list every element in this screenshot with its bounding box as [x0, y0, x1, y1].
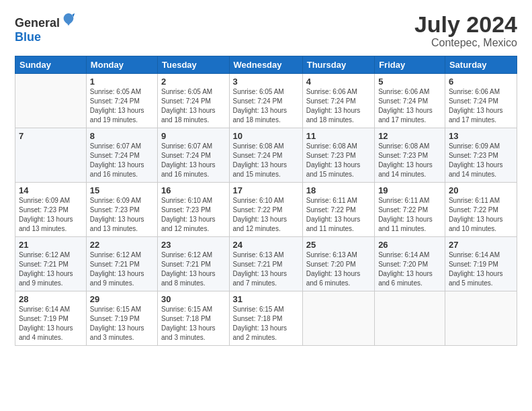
calendar-cell: 12Sunrise: 6:08 AM Sunset: 7:23 PM Dayli…: [375, 128, 445, 183]
calendar-cell: 14Sunrise: 6:09 AM Sunset: 7:23 PM Dayli…: [15, 183, 87, 237]
header-thursday: Thursday: [302, 56, 374, 74]
calendar-cell: 1Sunrise: 6:05 AM Sunset: 7:24 PM Daylig…: [86, 74, 157, 128]
calendar-cell: 26Sunrise: 6:14 AM Sunset: 7:20 PM Dayli…: [375, 237, 445, 291]
day-info: Sunrise: 6:12 AM Sunset: 7:21 PM Dayligh…: [90, 250, 154, 288]
day-info: Sunrise: 6:11 AM Sunset: 7:22 PM Dayligh…: [306, 196, 371, 234]
calendar-cell: 13Sunrise: 6:09 AM Sunset: 7:23 PM Dayli…: [445, 128, 517, 183]
logo-blue: Blue: [15, 30, 41, 44]
day-info: Sunrise: 6:05 AM Sunset: 7:24 PM Dayligh…: [90, 87, 154, 125]
calendar-cell: 28Sunrise: 6:14 AM Sunset: 7:19 PM Dayli…: [15, 291, 87, 346]
day-number: 25: [306, 240, 371, 250]
day-info: Sunrise: 6:06 AM Sunset: 7:24 PM Dayligh…: [449, 87, 513, 125]
header-sunday: Sunday: [15, 56, 87, 74]
calendar-cell: 17Sunrise: 6:10 AM Sunset: 7:22 PM Dayli…: [229, 183, 302, 237]
calendar-cell: [375, 291, 445, 346]
day-info: Sunrise: 6:07 AM Sunset: 7:24 PM Dayligh…: [161, 142, 226, 179]
day-info: Sunrise: 6:15 AM Sunset: 7:18 PM Dayligh…: [161, 305, 226, 342]
day-number: 3: [233, 77, 299, 87]
calendar-cell: [15, 74, 87, 128]
day-number: 5: [378, 77, 441, 87]
calendar-cell: 18Sunrise: 6:11 AM Sunset: 7:22 PM Dayli…: [302, 183, 374, 237]
header-monday: Monday: [86, 56, 157, 74]
day-number: 4: [306, 77, 371, 87]
day-info: Sunrise: 6:12 AM Sunset: 7:21 PM Dayligh…: [19, 250, 83, 288]
day-info: Sunrise: 6:09 AM Sunset: 7:23 PM Dayligh…: [90, 196, 154, 234]
logo-general: General: [15, 16, 60, 30]
calendar-cell: 2Sunrise: 6:05 AM Sunset: 7:24 PM Daylig…: [158, 74, 230, 128]
calendar-cell: 7: [15, 128, 87, 183]
day-info: Sunrise: 6:11 AM Sunset: 7:22 PM Dayligh…: [378, 196, 441, 234]
header: General Blue July 2024 Contepec, Mexico: [15, 12, 517, 49]
calendar-week-5: 28Sunrise: 6:14 AM Sunset: 7:19 PM Dayli…: [15, 291, 517, 346]
calendar-week-4: 21Sunrise: 6:12 AM Sunset: 7:21 PM Dayli…: [15, 237, 517, 291]
day-info: Sunrise: 6:15 AM Sunset: 7:19 PM Dayligh…: [90, 305, 154, 342]
day-number: 11: [306, 131, 371, 141]
day-info: Sunrise: 6:06 AM Sunset: 7:24 PM Dayligh…: [306, 87, 371, 125]
logo-text: General Blue: [15, 12, 76, 44]
calendar-cell: 29Sunrise: 6:15 AM Sunset: 7:19 PM Dayli…: [86, 291, 157, 346]
day-info: Sunrise: 6:09 AM Sunset: 7:23 PM Dayligh…: [19, 196, 83, 234]
day-info: Sunrise: 6:13 AM Sunset: 7:21 PM Dayligh…: [233, 250, 299, 288]
day-number: 1: [90, 77, 154, 87]
calendar-cell: [302, 291, 374, 346]
location-title: Contepec, Mexico: [414, 37, 517, 49]
day-info: Sunrise: 6:08 AM Sunset: 7:23 PM Dayligh…: [378, 142, 441, 179]
day-info: Sunrise: 6:08 AM Sunset: 7:24 PM Dayligh…: [233, 142, 299, 179]
calendar-cell: 19Sunrise: 6:11 AM Sunset: 7:22 PM Dayli…: [375, 183, 445, 237]
calendar-cell: 25Sunrise: 6:13 AM Sunset: 7:20 PM Dayli…: [302, 237, 374, 291]
day-number: 17: [233, 185, 299, 195]
day-info: Sunrise: 6:12 AM Sunset: 7:21 PM Dayligh…: [161, 250, 226, 288]
day-number: 6: [449, 77, 513, 87]
day-info: Sunrise: 6:13 AM Sunset: 7:20 PM Dayligh…: [306, 250, 371, 288]
day-info: Sunrise: 6:09 AM Sunset: 7:23 PM Dayligh…: [449, 142, 513, 179]
day-number: 8: [90, 131, 154, 141]
calendar-cell: 10Sunrise: 6:08 AM Sunset: 7:24 PM Dayli…: [229, 128, 302, 183]
day-number: 18: [306, 185, 371, 195]
calendar-cell: 16Sunrise: 6:10 AM Sunset: 7:23 PM Dayli…: [158, 183, 230, 237]
header-saturday: Saturday: [445, 56, 517, 74]
day-number: 29: [90, 294, 154, 304]
header-friday: Friday: [375, 56, 445, 74]
day-number: 23: [161, 240, 226, 250]
calendar-cell: 8Sunrise: 6:07 AM Sunset: 7:24 PM Daylig…: [86, 128, 157, 183]
day-number: 30: [161, 294, 226, 304]
calendar-cell: 22Sunrise: 6:12 AM Sunset: 7:21 PM Dayli…: [86, 237, 157, 291]
calendar-week-1: 1Sunrise: 6:05 AM Sunset: 7:24 PM Daylig…: [15, 74, 517, 128]
day-number: 19: [378, 185, 441, 195]
calendar-cell: 27Sunrise: 6:14 AM Sunset: 7:19 PM Dayli…: [445, 237, 517, 291]
day-info: Sunrise: 6:15 AM Sunset: 7:18 PM Dayligh…: [233, 305, 299, 342]
day-number: 15: [90, 185, 154, 195]
calendar-cell: 9Sunrise: 6:07 AM Sunset: 7:24 PM Daylig…: [158, 128, 230, 183]
day-number: 16: [161, 185, 226, 195]
day-number: 24: [233, 240, 299, 250]
day-info: Sunrise: 6:08 AM Sunset: 7:23 PM Dayligh…: [306, 142, 371, 179]
calendar-cell: 6Sunrise: 6:06 AM Sunset: 7:24 PM Daylig…: [445, 74, 517, 128]
logo-icon: [61, 12, 76, 27]
day-info: Sunrise: 6:05 AM Sunset: 7:24 PM Dayligh…: [161, 87, 226, 125]
calendar-cell: 21Sunrise: 6:12 AM Sunset: 7:21 PM Dayli…: [15, 237, 87, 291]
day-number: 12: [378, 131, 441, 141]
day-number: 21: [19, 240, 83, 250]
day-number: 31: [233, 294, 299, 304]
day-info: Sunrise: 6:14 AM Sunset: 7:19 PM Dayligh…: [449, 250, 513, 288]
day-info: Sunrise: 6:14 AM Sunset: 7:20 PM Dayligh…: [378, 250, 441, 288]
day-number: 10: [233, 131, 299, 141]
header-tuesday: Tuesday: [158, 56, 230, 74]
day-info: Sunrise: 6:06 AM Sunset: 7:24 PM Dayligh…: [378, 87, 441, 125]
calendar-cell: [445, 291, 517, 346]
calendar-week-2: 78Sunrise: 6:07 AM Sunset: 7:24 PM Dayli…: [15, 128, 517, 183]
calendar-cell: 15Sunrise: 6:09 AM Sunset: 7:23 PM Dayli…: [86, 183, 157, 237]
calendar-cell: 11Sunrise: 6:08 AM Sunset: 7:23 PM Dayli…: [302, 128, 374, 183]
day-number: 2: [161, 77, 226, 87]
day-info: Sunrise: 6:07 AM Sunset: 7:24 PM Dayligh…: [90, 142, 154, 179]
calendar-cell: 24Sunrise: 6:13 AM Sunset: 7:21 PM Dayli…: [229, 237, 302, 291]
calendar-cell: 3Sunrise: 6:05 AM Sunset: 7:24 PM Daylig…: [229, 74, 302, 128]
day-info: Sunrise: 6:10 AM Sunset: 7:22 PM Dayligh…: [233, 196, 299, 234]
day-number: 27: [449, 240, 513, 250]
day-info: Sunrise: 6:10 AM Sunset: 7:23 PM Dayligh…: [161, 196, 226, 234]
day-number: 26: [378, 240, 441, 250]
day-number: 28: [19, 294, 83, 304]
day-info: Sunrise: 6:05 AM Sunset: 7:24 PM Dayligh…: [233, 87, 299, 125]
calendar-cell: 23Sunrise: 6:12 AM Sunset: 7:21 PM Dayli…: [158, 237, 230, 291]
calendar-cell: 5Sunrise: 6:06 AM Sunset: 7:24 PM Daylig…: [375, 74, 445, 128]
